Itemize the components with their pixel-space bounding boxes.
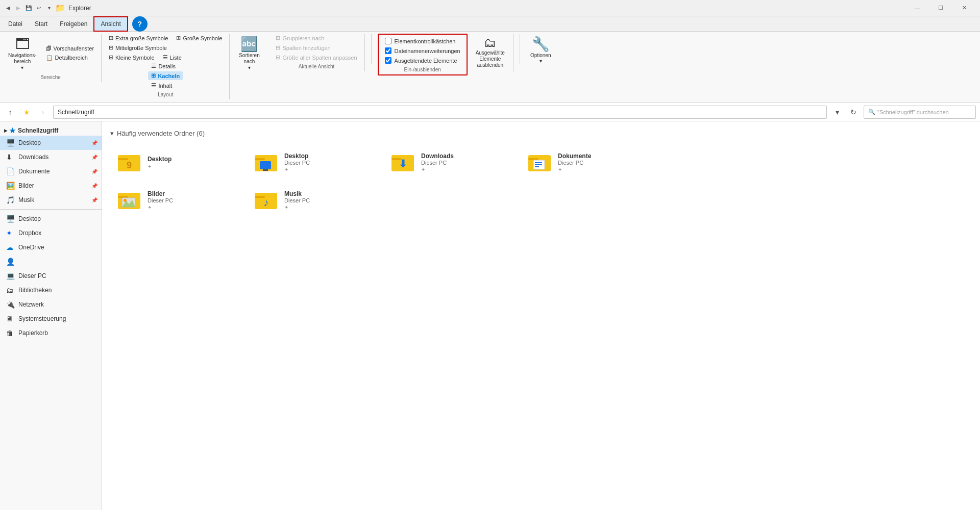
ribbon-row-layout4: ☰ Details [148,62,183,70]
menu-ansicht[interactable]: Ansicht [93,16,128,32]
back-icon[interactable]: ◀ [4,4,12,12]
tile-downloads-icon: ⬇ [390,150,415,174]
refresh-button[interactable]: ↻ [847,106,860,118]
checkbox-ausgeblendet[interactable] [385,57,391,64]
ribbon-btn-ausblenden[interactable]: 🗂 AusgewählteElementeausblenden [472,34,509,70]
sidebar-quickaccess-header[interactable]: ▸ ★ Schnellzugriff [0,123,102,136]
ribbon-group-sort: 🔤 Sortierennach ▾ [234,34,268,74]
groesse-icon: ⊟ [276,54,280,61]
netzwerk-label: Netzwerk [18,301,44,308]
user-icon: 👤 [6,258,15,266]
sidebar-item-downloads-qa[interactable]: ⬇ Downloads 📌 [0,150,102,164]
tile-desktop1[interactable]: 9 Desktop ✦ [110,145,243,179]
checkbox-dateinamen[interactable] [385,47,391,54]
inhalt-icon: ☰ [151,82,156,89]
check-ausgeblendet[interactable]: Ausgeblendete Elemente [383,56,462,65]
tile-downloads[interactable]: ⬇ Downloads Dieser PC ✦ [384,145,517,179]
sidebar-item-bibliotheken[interactable]: 🗂 Bibliotheken [0,283,102,297]
ribbon-btn-kacheln[interactable]: ⊞ Kacheln [148,71,183,80]
gross-icon: ⊞ [176,35,181,41]
search-bar[interactable]: 🔍 "Schnellzugriff" durchsuchen [864,106,976,119]
ribbon-btn-liste[interactable]: ☰ Liste [160,53,185,62]
tile-desktop2-name: Desktop [284,152,310,160]
tiles-grid-2: Bilder Dieser PC ✦ ♪ Musik Dieser PC [110,183,972,217]
tile-bilder[interactable]: Bilder Dieser PC ✦ [110,183,243,217]
sidebar-item-bilder-qa[interactable]: 🖼️ Bilder 📌 [0,178,102,193]
svg-rect-4 [255,158,265,160]
address-dropdown-btn[interactable]: ▾ [831,106,843,118]
ribbon-btn-groesse[interactable]: ⊟ Größe aller Spalten anpassen [273,53,360,62]
check-elementkontroll[interactable]: Elementkontrollkästchen [383,37,462,45]
tile-bilder-info: Bilder Dieser PC ✦ [148,190,173,210]
ribbon-btn-spalten[interactable]: ⊟ Spalten hinzufügen [273,43,360,52]
dropdown-icon[interactable]: ▾ [45,4,53,12]
downloads-qa-label: Downloads [18,154,48,161]
sidebar-item-dropbox[interactable]: ✦ Dropbox [0,226,102,240]
dieser-pc-icon: 💻 [6,272,15,280]
sidebar-item-netzwerk[interactable]: 🔌 Netzwerk [0,297,102,312]
forward-icon[interactable]: ▶ [14,4,22,12]
sidebar-item-desktop-qa[interactable]: 🖥️ Desktop 📌 [0,136,102,150]
onedrive-label: OneDrive [18,244,44,251]
tile-desktop1-info: Desktop ✦ [148,156,172,169]
ribbon-btn-navigationsbereich[interactable]: 🗔 Navigations-bereich ▾ [4,34,41,72]
ribbon-btn-gross[interactable]: ⊞ Große Symbole [173,34,225,42]
svg-rect-11 [528,158,538,160]
close-button[interactable]: ✕ [952,0,976,16]
tile-desktop2[interactable]: Desktop Dieser PC ✦ [247,145,380,179]
sort-dropdown[interactable]: ▾ [248,65,251,70]
minimize-button[interactable]: — [905,0,929,16]
sidebar-item-onedrive[interactable]: ☁ OneDrive [0,240,102,254]
tile-downloads-name: Downloads [421,152,454,160]
sidebar-item-musik-qa[interactable]: 🎵 Musik 📌 [0,193,102,207]
tile-desktop2-info: Desktop Dieser PC ✦ [284,152,310,172]
layout-label: Layout [158,92,173,97]
address-field[interactable]: Schnellzugriff [53,106,827,119]
ribbon-btn-extra-gross[interactable]: ⊞ Extra große Symbole [106,34,171,42]
sidebar-item-user[interactable]: 👤 [0,254,102,269]
help-button[interactable]: ? [132,16,148,32]
desktop-nav-icon: 🖥️ [6,215,15,223]
ribbon-btn-inhalt[interactable]: ☰ Inhalt [148,81,175,90]
ribbon-btn-details[interactable]: ☰ Details [148,62,179,70]
svg-rect-5 [260,161,271,169]
nav-up-button[interactable]: ↑ [4,106,16,118]
ausblenden-icon: 🗂 [484,36,496,50]
save-icon[interactable]: 💾 [24,4,33,12]
ribbon-group-ausgewaehlt: 🗂 AusgewählteElementeausblenden [472,34,513,72]
undo-icon[interactable]: ↩ [35,4,43,12]
sidebar-item-desktop-nav[interactable]: 🖥️ Desktop [0,212,102,226]
sidebar-item-systemsteuerung[interactable]: 🖥 Systemsteuerung [0,312,102,326]
sidebar: ▸ ★ Schnellzugriff 🖥️ Desktop 📌 ⬇ Downlo… [0,121,102,510]
tile-dokumente[interactable]: Dokumente Dieser PC ✦ [521,145,653,179]
nav-star-button[interactable]: ★ [20,106,33,118]
ribbon-btn-vorschau[interactable]: 🗐 Vorschaufenster [43,44,97,53]
desktop-qa-pin: 📌 [91,140,97,146]
maximize-button[interactable]: ☐ [929,0,952,16]
ribbon-btn-klein[interactable]: ⊟ Kleine Symbole [106,53,157,62]
sidebar-item-papierkorb[interactable]: 🗑 Papierkorb [0,326,102,340]
vorschau-label: Vorschaufenster [54,45,94,52]
desktop-nav-label: Desktop [18,215,41,222]
bilder-qa-icon: 🖼️ [6,182,15,190]
tile-musik[interactable]: ♪ Musik Dieser PC ✦ [247,183,380,217]
checkbox-elementkontroll[interactable] [385,38,391,44]
nav-dropdown[interactable]: ▾ [21,65,23,70]
ribbon-btn-gruppieren[interactable]: ⊞ Gruppieren nach [273,34,360,42]
menu-start[interactable]: Start [29,16,54,32]
ribbon-btn-detail[interactable]: 📋 Detailbereich [43,54,97,62]
bibliotheken-label: Bibliotheken [18,287,52,294]
title-bar-title: Explorer [68,5,91,12]
gruppieren-label: Gruppieren nach [282,35,324,41]
ribbon-btn-optionen[interactable]: 🔧 Optionen ▾ [526,34,555,66]
check-dateinamen[interactable]: Dateinamenerweiterungen [383,46,462,55]
menu-datei[interactable]: Datei [2,16,29,32]
sidebar-item-dokumente-qa[interactable]: 📄 Dokumente 📌 [0,164,102,178]
sidebar-item-dieser-pc[interactable]: 💻 Dieser PC [0,269,102,283]
tile-bilder-sub: Dieser PC [148,197,173,203]
menu-freigeben[interactable]: Freigeben [54,16,93,32]
optionen-dropdown[interactable]: ▾ [540,58,542,64]
ribbon-btn-mittel[interactable]: ⊟ Mittelgroße Symbole [106,43,170,52]
papierkorb-icon: 🗑 [6,329,15,337]
ribbon-btn-sortieren[interactable]: 🔤 Sortierennach ▾ [234,34,264,72]
